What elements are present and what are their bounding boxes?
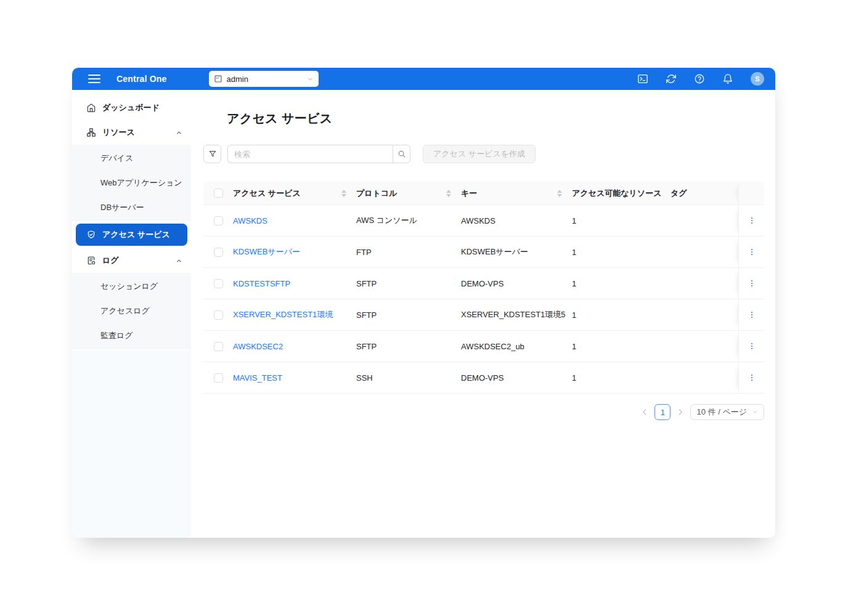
resources-cell: 1 [572, 342, 671, 351]
sort-icon[interactable] [557, 190, 562, 197]
column-header-tags: タグ [671, 188, 738, 199]
column-label: プロトコル [356, 188, 398, 199]
sidebar-item-label: リソース [102, 127, 135, 138]
key-cell: DEMO-VPS [461, 373, 572, 383]
service-link[interactable]: MAVIS_TEST [233, 373, 282, 383]
row-actions-icon[interactable] [748, 216, 756, 225]
protocol-cell: SFTP [356, 310, 461, 320]
sync-icon[interactable] [666, 73, 677, 84]
sidebar-item-label: 監査ログ [100, 330, 133, 341]
row-checkbox[interactable] [214, 310, 223, 320]
chevron-down-icon [752, 409, 758, 415]
chevron-up-icon [176, 129, 182, 136]
sidebar-item-resources[interactable]: リソース [72, 120, 191, 145]
access-services-table: アクセス サービス プロトコル キー アクセス可能なリソース タグ [203, 182, 764, 394]
column-label: アクセス可能なリソース [572, 188, 661, 199]
service-link[interactable]: KDSTESTSFTP [233, 279, 290, 288]
app-window: Central One admin S [72, 68, 775, 538]
service-link[interactable]: XSERVER_KDSTEST1環境 [233, 309, 333, 320]
row-actions-icon[interactable] [748, 341, 756, 351]
row-actions-icon[interactable] [748, 373, 756, 383]
sidebar-item-label: デバイス [100, 153, 133, 164]
cluster-icon [86, 128, 96, 137]
sidebar-item-label: DBサーバー [100, 202, 144, 213]
column-label: キー [461, 188, 477, 199]
sidebar-item-label: Webアプリケーション [100, 177, 182, 188]
row-actions-icon[interactable] [748, 247, 756, 257]
row-actions-icon[interactable] [748, 310, 756, 320]
column-header-protocol[interactable]: プロトコル [356, 188, 461, 199]
column-label: タグ [671, 188, 687, 199]
protocol-cell: FTP [356, 248, 461, 257]
sidebar-item-access-services[interactable]: アクセス サービス [76, 224, 187, 246]
sidebar-filler [72, 351, 191, 538]
filter-icon [208, 150, 217, 158]
sidebar-item-audit-logs[interactable]: 監査ログ [72, 323, 191, 348]
resources-cell: 1 [572, 216, 671, 225]
row-checkbox[interactable] [214, 342, 223, 351]
sort-icon[interactable] [341, 190, 346, 197]
chevron-up-icon [176, 257, 182, 264]
toolbar: アクセス サービスを作成 [203, 145, 764, 163]
sidebar-item-logs[interactable]: ログ [72, 248, 191, 273]
column-header-key[interactable]: キー [461, 188, 572, 199]
key-cell: AWSKDS [461, 216, 572, 225]
page-number-button[interactable]: 1 [654, 404, 671, 420]
avatar[interactable]: S [751, 72, 764, 86]
resources-cell: 1 [572, 373, 671, 383]
terminal-icon[interactable] [637, 73, 648, 84]
page-title: アクセス サービス [227, 110, 764, 127]
column-header-resources: アクセス可能なリソース [572, 188, 671, 199]
org-select-value: admin [227, 75, 303, 84]
app-title: Central One [116, 74, 167, 84]
sidebar-item-web-applications[interactable]: Webアプリケーション [72, 171, 191, 195]
sidebar-item-label: アクセスログ [100, 306, 150, 317]
home-icon [86, 103, 96, 113]
page-size-select[interactable]: 10 件 / ページ [690, 404, 764, 420]
sidebar-item-devices[interactable]: デバイス [72, 146, 191, 171]
sort-icon[interactable] [446, 190, 451, 197]
protocol-cell: SFTP [356, 342, 461, 351]
row-checkbox[interactable] [214, 248, 223, 257]
prev-page-icon[interactable] [640, 408, 649, 416]
sidebar-item-access-logs[interactable]: アクセスログ [72, 299, 191, 323]
key-cell: AWSKDSEC2_ub [461, 342, 572, 351]
row-checkbox[interactable] [214, 373, 223, 383]
sidebar-submenu-logs: セッションログ アクセスログ 監査ログ [72, 273, 191, 349]
sidebar-submenu-resources: デバイス Webアプリケーション DBサーバー [72, 145, 191, 221]
table-row: MAVIS_TEST SSH DEMO-VPS 1 [203, 362, 764, 394]
search-input[interactable] [227, 145, 393, 163]
select-all-checkbox[interactable] [214, 188, 223, 198]
project-icon [214, 75, 222, 83]
row-checkbox[interactable] [214, 279, 223, 288]
service-link[interactable]: KDSWEBサーバー [233, 246, 300, 257]
shield-check-icon [86, 230, 96, 240]
key-cell: KDSWEBサーバー [461, 246, 572, 257]
bell-icon[interactable] [722, 73, 733, 84]
next-page-icon[interactable] [676, 408, 685, 416]
table-row: AWSKDS AWS コンソール AWSKDS 1 [203, 205, 764, 237]
create-access-service-button[interactable]: アクセス サービスを作成 [423, 145, 536, 163]
help-icon[interactable] [694, 73, 705, 84]
sidebar-item-session-logs[interactable]: セッションログ [72, 274, 191, 299]
service-link[interactable]: AWSKDSEC2 [233, 342, 283, 351]
topbar-actions: S [637, 72, 764, 86]
search-button[interactable] [393, 145, 410, 163]
filter-button[interactable] [203, 145, 221, 163]
sidebar-item-label: セッションログ [100, 281, 158, 292]
key-cell: XSERVER_KDSTEST1環境5 [461, 309, 572, 320]
row-checkbox[interactable] [214, 216, 223, 225]
column-header-service[interactable]: アクセス サービス [233, 188, 356, 199]
sidebar: ダッシュボード リソース デバイス Webアプリケーション DBサーバー [72, 90, 191, 538]
row-actions-icon[interactable] [748, 278, 756, 288]
key-cell: DEMO-VPS [461, 279, 572, 288]
org-select[interactable]: admin [209, 71, 319, 87]
column-header-actions [738, 182, 764, 205]
menu-icon[interactable] [88, 73, 100, 85]
pagination: 1 10 件 / ページ [203, 404, 764, 420]
sidebar-item-dashboard[interactable]: ダッシュボード [72, 95, 191, 120]
main-content: アクセス サービス アクセス サービスを作成 [191, 90, 775, 538]
service-link[interactable]: AWSKDS [233, 216, 267, 225]
search-group [227, 145, 410, 163]
sidebar-item-db-servers[interactable]: DBサーバー [72, 195, 191, 220]
